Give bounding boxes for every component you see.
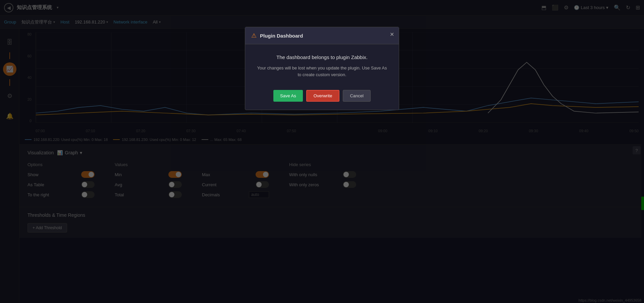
modal-header: ⚠ Plugin Dashboard ✕ <box>245 27 399 44</box>
warning-icon: ⚠ <box>251 32 257 39</box>
modal-overlay: ⚠ Plugin Dashboard ✕ The dashboard belon… <box>0 0 644 303</box>
modal-dialog: ⚠ Plugin Dashboard ✕ The dashboard belon… <box>245 27 399 110</box>
modal-main-text: The dashboard belongs to plugin Zabbix. <box>255 54 389 60</box>
modal-body: The dashboard belongs to plugin Zabbix. … <box>245 44 399 85</box>
modal-close-button[interactable]: ✕ <box>390 31 394 38</box>
modal-title: Plugin Dashboard <box>260 33 303 39</box>
modal-sub-text: Your changes will be lost when you updat… <box>255 65 389 78</box>
overwrite-button[interactable]: Overwrite <box>306 90 340 102</box>
save-as-button[interactable]: Save As <box>273 90 303 102</box>
cancel-button[interactable]: Cancel <box>343 90 370 102</box>
modal-buttons: Save As Overwrite Cancel <box>245 85 399 110</box>
